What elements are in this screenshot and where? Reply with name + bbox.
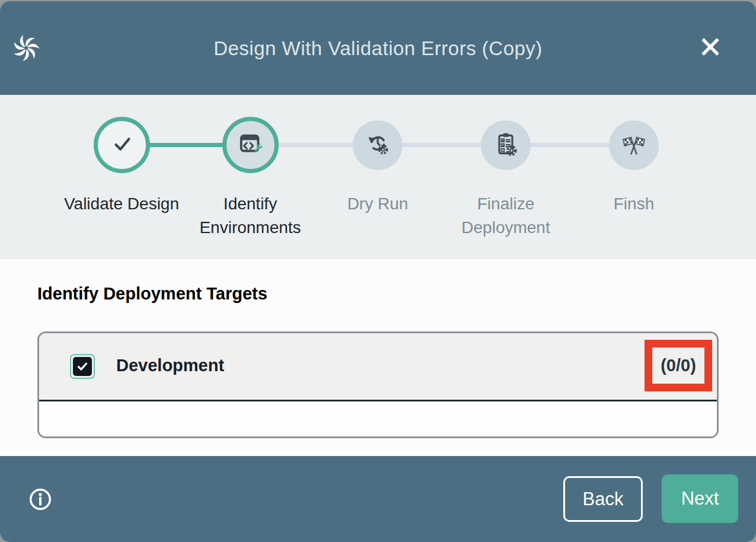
dialog-footer: Back Next <box>0 456 756 542</box>
deployment-targets-panel: Development <box>37 331 719 438</box>
next-button[interactable]: Next <box>662 474 738 523</box>
back-button[interactable]: Back <box>563 476 643 522</box>
close-button[interactable] <box>696 33 725 62</box>
development-checkbox[interactable] <box>70 354 95 379</box>
info-button[interactable] <box>26 486 55 514</box>
info-icon <box>27 506 54 515</box>
target-name-label: Development <box>116 356 224 375</box>
step-label-finish: Finsh <box>566 192 702 216</box>
dry-run-sync-gear-icon <box>365 131 391 160</box>
deployment-wizard-dialog: Design With Validation Errors (Copy) Val… <box>0 1 756 542</box>
dialog-header: Design With Validation Errors (Copy) <box>0 1 756 95</box>
checkered-flags-icon <box>621 131 647 160</box>
empty-row <box>39 401 717 436</box>
checkbox-check-icon <box>73 357 92 376</box>
dialog-title: Design With Validation Errors (Copy) <box>0 37 756 60</box>
target-row-development[interactable]: Development <box>39 333 717 400</box>
close-icon <box>697 53 723 62</box>
wizard-stepper: Validate Design Identify Environments <box>0 95 756 259</box>
step-identify-environments[interactable] <box>222 117 279 173</box>
clipboard-gear-icon <box>493 131 519 160</box>
wizard-step-content: Identify Deployment Targets Development <box>0 259 756 456</box>
check-icon <box>109 130 136 160</box>
step-label-identify-environments: Identify Environments <box>182 192 318 240</box>
step-finalize-deployment[interactable] <box>481 120 531 170</box>
step-validate-design[interactable] <box>94 117 150 173</box>
step-dry-run[interactable] <box>353 120 403 170</box>
step-label-dry-run: Dry Run <box>310 192 446 216</box>
code-window-wrench-icon <box>237 130 264 160</box>
step-label-finalize-deployment: Finalize Deployment <box>438 192 574 240</box>
step-label-validate-design: Validate Design <box>53 192 190 216</box>
step-finish[interactable] <box>609 120 659 170</box>
section-heading: Identify Deployment Targets <box>37 284 267 304</box>
